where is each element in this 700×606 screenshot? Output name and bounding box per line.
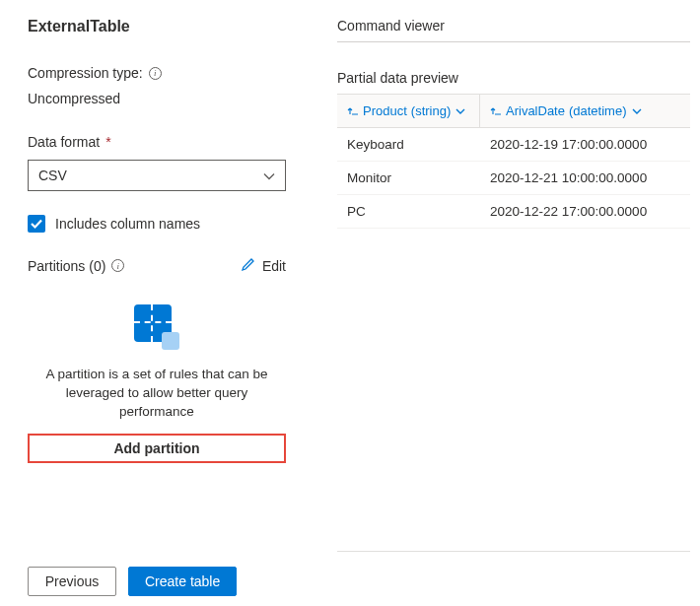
data-format-selected: CSV — [38, 168, 67, 183]
command-viewer-title: Command viewer — [337, 18, 690, 34]
cell-product: Keyboard — [337, 137, 480, 152]
column-name: ArivalDate — [506, 103, 565, 118]
partitions-label: Partitions (0) i — [28, 258, 124, 274]
page-title: ExternalTable — [28, 18, 296, 35]
command-viewer-divider — [337, 41, 690, 42]
sort-icon — [347, 105, 359, 117]
pencil-icon — [241, 256, 256, 275]
edit-partitions-button[interactable]: Edit — [241, 256, 286, 275]
cell-date: 2020-12-21 10:00:00.0000 — [480, 170, 690, 185]
footer-buttons: Previous Create table — [28, 567, 296, 606]
cell-date: 2020-12-19 17:00:00.0000 — [480, 137, 690, 152]
column-type: (string) — [411, 103, 451, 118]
chevron-down-icon — [263, 169, 275, 181]
info-icon[interactable]: i — [111, 259, 124, 272]
table-row: Keyboard 2020-12-19 17:00:00.0000 — [337, 128, 690, 162]
data-format-select[interactable]: CSV — [28, 160, 286, 191]
partition-icon — [134, 304, 179, 350]
info-icon[interactable]: i — [149, 67, 162, 80]
required-marker: * — [105, 134, 110, 150]
table-header: Product (string) ArivalDate (datetime) — [337, 95, 690, 128]
table-row: PC 2020-12-22 17:00:00.0000 — [337, 195, 690, 229]
column-header-product[interactable]: Product (string) — [337, 95, 480, 127]
table-row: Monitor 2020-12-21 10:00:00.0000 — [337, 162, 690, 195]
compression-value: Uncompressed — [28, 91, 296, 106]
sort-icon — [490, 105, 502, 117]
partitions-description: A partition is a set of rules that can b… — [28, 366, 286, 422]
column-name: Product — [363, 103, 407, 118]
chevron-down-icon — [631, 105, 643, 117]
includes-column-names-checkbox[interactable] — [28, 215, 45, 233]
data-format-label-text: Data format — [28, 134, 100, 150]
table-body: Keyboard 2020-12-19 17:00:00.0000 Monito… — [337, 128, 690, 229]
edit-label: Edit — [262, 258, 286, 274]
cell-date: 2020-12-22 17:00:00.0000 — [480, 204, 690, 219]
partitions-empty-state: A partition is a set of rules that can b… — [28, 304, 286, 463]
preview-table: Product (string) ArivalDate (datetime) — [337, 94, 690, 552]
includes-column-names-label: Includes column names — [55, 216, 200, 232]
column-type: (datetime) — [569, 103, 627, 118]
column-header-arrival-date[interactable]: ArivalDate (datetime) — [480, 103, 690, 118]
chevron-down-icon — [455, 105, 466, 117]
previous-button[interactable]: Previous — [28, 567, 116, 596]
data-format-label: Data format * — [28, 134, 296, 150]
create-table-button[interactable]: Create table — [128, 567, 237, 596]
compression-label-text: Compression type: — [28, 65, 143, 81]
compression-label: Compression type: i — [28, 65, 296, 81]
add-partition-button[interactable]: Add partition — [28, 434, 286, 463]
preview-title: Partial data preview — [337, 70, 690, 86]
partitions-label-text: Partitions (0) — [28, 258, 105, 274]
cell-product: PC — [337, 204, 480, 219]
includes-column-names-row: Includes column names — [28, 215, 296, 233]
cell-product: Monitor — [337, 170, 480, 185]
